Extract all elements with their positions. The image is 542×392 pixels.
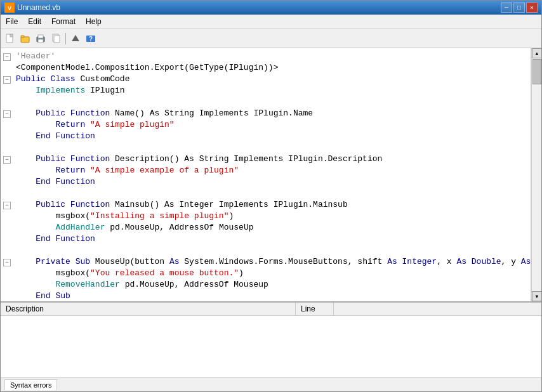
main-window: V Unnamed.vb ─ □ ✕ File Edit Format Help <box>0 0 542 392</box>
code-line: Return "A simple plugin" <box>1 119 531 131</box>
code-line: − Public Function Name() As String Imple… <box>1 108 531 119</box>
line-content: <ComponentModel.Composition.Export(GetTy… <box>13 62 531 73</box>
menu-format[interactable]: Format <box>46 16 81 27</box>
window-title: Unnamed.vb <box>17 3 60 12</box>
toolbar-new[interactable] <box>3 32 17 46</box>
code-line: AddHandler pd.MouseUp, AddressOf MouseUp <box>1 222 531 233</box>
scroll-thumb[interactable] <box>532 59 541 84</box>
line-gutter <box>1 211 13 211</box>
svg-rect-6 <box>21 36 24 37</box>
code-line: Return "A simple example of a plugin" <box>1 165 531 176</box>
line-gutter: − <box>1 108 13 118</box>
code-line <box>1 142 531 154</box>
line-gutter <box>1 176 13 177</box>
line-content <box>13 142 531 153</box>
svg-rect-11 <box>54 36 60 42</box>
line-gutter <box>1 85 13 86</box>
line-content: End Function <box>13 233 531 244</box>
line-gutter <box>1 119 13 120</box>
svg-marker-12 <box>72 35 79 41</box>
menu-file[interactable]: File <box>1 16 23 27</box>
line-gutter <box>1 233 13 234</box>
collapse-button[interactable]: − <box>3 110 11 118</box>
toolbar-copy[interactable] <box>49 32 63 46</box>
code-line: End Function <box>1 176 531 188</box>
syntax-errors-tab[interactable]: Syntax errors <box>4 379 57 390</box>
line-content: End Sub <box>13 291 531 301</box>
toolbar-up[interactable] <box>69 32 83 46</box>
bottom-content <box>1 316 541 377</box>
line-content: Private Sub MouseUp(button As System.Win… <box>13 256 531 267</box>
svg-rect-9 <box>38 39 43 42</box>
code-line: End Sub <box>1 291 531 301</box>
code-line: End Function <box>1 131 531 142</box>
line-gutter <box>1 245 13 245</box>
code-line: −Public Class CustomCode <box>1 74 531 85</box>
line-content: Return "A simple plugin" <box>13 119 531 130</box>
menu-help[interactable]: Help <box>81 16 107 27</box>
line-content: msgbox("Installing a simple plugin") <box>13 211 531 221</box>
line-content: Public Function Name() As String Impleme… <box>13 108 531 119</box>
app-icon: V <box>4 3 15 13</box>
title-controls: ─ □ ✕ <box>501 3 538 13</box>
code-line: msgbox("You released a mouse button.") <box>1 268 531 279</box>
bottom-header: Description Line <box>1 303 541 316</box>
code-line: − Private Sub MouseUp(button As System.W… <box>1 256 531 268</box>
line-content: Public Class CustomCode <box>13 74 531 84</box>
line-gutter <box>1 268 13 268</box>
code-line: End Function <box>1 233 531 245</box>
description-column-header: Description <box>1 303 296 315</box>
line-gutter <box>1 96 13 97</box>
code-line: −'Header' <box>1 51 531 62</box>
line-content: 'Header' <box>13 51 531 62</box>
close-button[interactable]: ✕ <box>526 3 538 13</box>
line-gutter: − <box>1 74 13 84</box>
svg-rect-8 <box>38 35 43 38</box>
line-content <box>13 188 531 199</box>
line-content: AddHandler pd.MouseUp, AddressOf MouseUp <box>13 222 531 233</box>
code-editor[interactable]: −'Header'<ComponentModel.Composition.Exp… <box>1 48 531 301</box>
collapse-button[interactable]: − <box>3 53 11 61</box>
toolbar-print[interactable] <box>34 32 48 46</box>
title-bar: V Unnamed.vb ─ □ ✕ <box>1 1 541 15</box>
scroll-up-button[interactable]: ▲ <box>532 48 541 58</box>
line-column-header: Line <box>296 303 334 315</box>
svg-text:V: V <box>8 5 11 11</box>
line-gutter: − <box>1 51 13 61</box>
collapse-button[interactable]: − <box>3 76 11 84</box>
menu-bar: File Edit Format Help <box>1 15 541 29</box>
line-gutter: − <box>1 199 13 209</box>
code-line: − Public Function Mainsub() As Integer I… <box>1 199 531 211</box>
line-content: Public Function Mainsub() As Integer Imp… <box>13 199 531 210</box>
line-gutter <box>1 142 13 143</box>
toolbar-open[interactable] <box>18 32 32 46</box>
toolbar-help[interactable]: ? <box>84 32 98 46</box>
code-line: − Public Function Description() As Strin… <box>1 154 531 165</box>
line-gutter: − <box>1 154 13 164</box>
line-gutter <box>1 131 13 131</box>
title-bar-left: V Unnamed.vb <box>4 3 60 13</box>
line-content: End Function <box>13 131 531 141</box>
line-gutter <box>1 165 13 166</box>
svg-text:?: ? <box>89 36 93 42</box>
bottom-panel: Description Line <box>1 301 541 377</box>
line-gutter <box>1 222 13 223</box>
collapse-button[interactable]: − <box>3 156 11 164</box>
scroll-down-button[interactable]: ▼ <box>532 291 541 301</box>
line-gutter <box>1 291 13 291</box>
line-content: End Function <box>13 176 531 187</box>
collapse-button[interactable]: − <box>3 259 11 266</box>
line-content <box>13 96 531 107</box>
minimize-button[interactable]: ─ <box>501 3 512 13</box>
line-gutter <box>1 62 13 63</box>
line-content: Public Function Description() As String … <box>13 154 531 164</box>
line-content: RemoveHandler pd.MouseUp, AddressOf Mous… <box>13 279 531 290</box>
vertical-scrollbar[interactable]: ▲ ▼ <box>531 48 541 301</box>
line-content: Implements IPlugin <box>13 85 531 96</box>
code-line <box>1 96 531 108</box>
menu-edit[interactable]: Edit <box>23 16 46 27</box>
maximize-button[interactable]: □ <box>513 3 525 13</box>
toolbar-separator <box>65 33 66 44</box>
collapse-button[interactable]: − <box>3 202 11 209</box>
scroll-track[interactable] <box>532 58 541 291</box>
